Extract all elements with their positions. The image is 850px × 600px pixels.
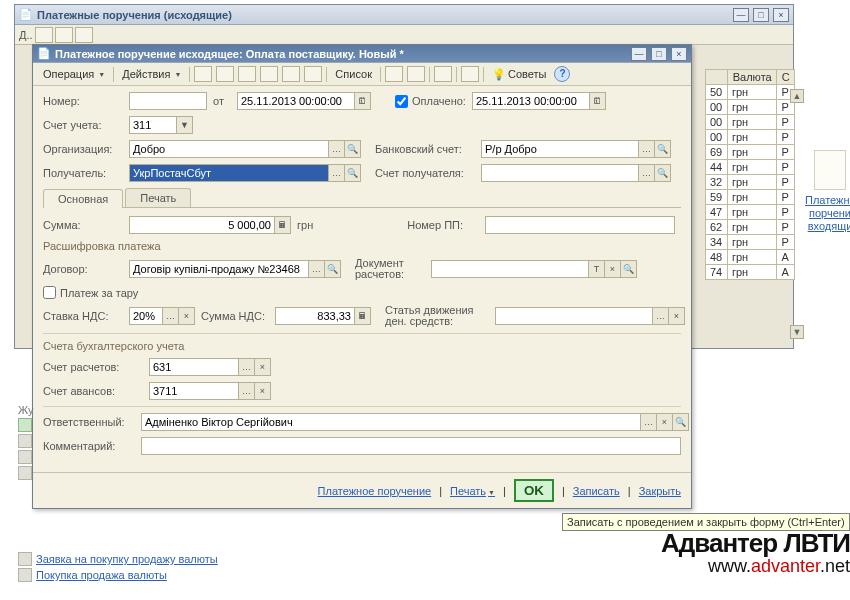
table-row[interactable]: 50грнР [706,85,795,100]
calendar-icon[interactable]: 🗓 [590,92,606,110]
date-field[interactable] [237,92,355,110]
dlg-maximize-button[interactable]: □ [651,47,667,61]
table-row[interactable]: 34грнР [706,235,795,250]
calculator-icon[interactable]: 🖩 [355,307,371,325]
select-icon[interactable]: … [163,307,179,325]
select-icon[interactable]: … [239,358,255,376]
doc-icon[interactable] [18,418,32,432]
calendar-icon[interactable]: 🗓 [355,92,371,110]
dlg-minimize-button[interactable]: — [631,47,647,61]
search-icon[interactable]: 🔍 [673,413,689,431]
tb-dt-kt-icon[interactable] [385,66,403,82]
clear-icon[interactable]: × [255,382,271,400]
sum-field[interactable] [129,216,275,234]
text-icon[interactable]: T [589,260,605,278]
col-amount-tail[interactable] [706,70,728,85]
recv-acc-field[interactable] [481,164,639,182]
clear-icon[interactable]: × [657,413,673,431]
toolbar-icon[interactable] [75,27,93,43]
paid-date-field[interactable] [472,92,590,110]
calc-acc-combo[interactable] [149,358,239,376]
tb-structure-icon[interactable] [461,66,479,82]
select-icon[interactable]: … [639,140,655,158]
tab-main[interactable]: Основная [43,189,123,208]
tb-basedon-icon[interactable] [304,66,322,82]
table-row[interactable]: 32грнР [706,175,795,190]
table-row[interactable]: 69грнР [706,145,795,160]
tb-refresh-icon[interactable] [216,66,234,82]
operation-menu[interactable]: Операция▼ [39,67,109,81]
grid-scroll-down[interactable]: ▼ [790,325,804,339]
adv-acc-combo[interactable] [149,382,239,400]
maximize-button[interactable]: □ [753,8,769,22]
select-icon[interactable]: … [653,307,669,325]
search-icon[interactable]: 🔍 [655,164,671,182]
table-row[interactable]: 74грнА [706,265,795,280]
calculator-icon[interactable]: 🖩 [275,216,291,234]
doc-icon[interactable] [18,568,32,582]
table-row[interactable]: 59грнР [706,190,795,205]
paid-checkbox[interactable]: Оплачено: [395,95,466,108]
footer-print-menu[interactable]: Печать▼ [450,485,495,497]
currency-request-link[interactable]: Заявка на покупку продажу валюты [36,553,218,565]
tb-print-icon[interactable] [407,66,425,82]
incoming-orders-link[interactable]: Платежнс порчени входящи [800,194,850,233]
doc-icon[interactable] [18,466,32,480]
tab-print[interactable]: Печать [125,188,191,207]
receiver-field[interactable] [129,164,329,182]
contract-field[interactable] [129,260,309,278]
save-button[interactable]: Записать [573,485,620,497]
help-icon[interactable]: ? [554,66,570,82]
table-row[interactable]: 47грнР [706,205,795,220]
clear-icon[interactable]: × [605,260,621,278]
table-row[interactable]: 44грнР [706,160,795,175]
close-button[interactable]: × [773,8,789,22]
toolbar-menu-placeholder[interactable]: Д.. [19,29,33,41]
col-status[interactable]: С [777,70,795,85]
tb-save-icon[interactable] [194,66,212,82]
select-icon[interactable]: … [329,164,345,182]
ok-button[interactable]: OK [514,479,554,502]
ppno-field[interactable] [485,216,675,234]
account-combo[interactable] [129,116,177,134]
clear-icon[interactable]: × [669,307,685,325]
currency-trade-link[interactable]: Покупка продажа валюты [36,569,167,581]
select-icon[interactable]: … [309,260,325,278]
close-link[interactable]: Закрыть [639,485,681,497]
incoming-orders-icon[interactable] [814,150,846,190]
org-field[interactable] [129,140,329,158]
paid-checkbox-input[interactable] [395,95,408,108]
search-icon[interactable]: 🔍 [621,260,637,278]
chevron-down-icon[interactable]: ▼ [177,116,193,134]
table-row[interactable]: 48грнА [706,250,795,265]
table-row[interactable]: 00грнР [706,115,795,130]
tb-post-icon[interactable] [260,66,278,82]
minimize-button[interactable]: — [733,8,749,22]
grid-scroll-up[interactable]: ▲ [790,89,804,103]
vat-sum-field[interactable] [275,307,355,325]
orders-grid[interactable]: Валюта С 50грнР00грнР00грнР00грнР69грнР4… [705,69,795,280]
doc-icon[interactable] [18,450,32,464]
list-button[interactable]: Список [331,67,376,81]
tb-unpost-icon[interactable] [282,66,300,82]
search-icon[interactable]: 🔍 [325,260,341,278]
select-icon[interactable]: … [641,413,657,431]
col-currency[interactable]: Валюта [727,70,777,85]
doccalc-field[interactable] [431,260,589,278]
bank-field[interactable] [481,140,639,158]
movement-field[interactable] [495,307,653,325]
tare-checkbox-input[interactable] [43,286,56,299]
clear-icon[interactable]: × [255,358,271,376]
clear-icon[interactable]: × [179,307,195,325]
vat-rate-combo[interactable] [129,307,163,325]
actions-menu[interactable]: Действия▼ [118,67,185,81]
search-icon[interactable]: 🔍 [345,140,361,158]
doc-icon[interactable] [18,434,32,448]
table-row[interactable]: 00грнР [706,130,795,145]
advice-button[interactable]: 💡 Советы [488,67,550,82]
doc-icon[interactable] [18,552,32,566]
table-row[interactable]: 62грнР [706,220,795,235]
dlg-close-button[interactable]: × [671,47,687,61]
select-icon[interactable]: … [239,382,255,400]
tare-checkbox[interactable]: Платеж за тару [43,286,138,299]
